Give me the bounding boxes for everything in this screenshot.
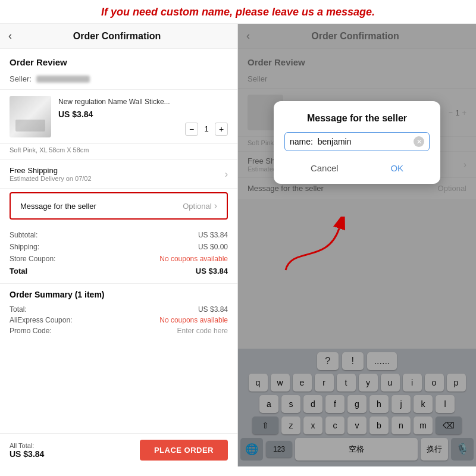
message-label-left: Message for the seller: [20, 202, 96, 211]
shipping-row-left[interactable]: Free Shipping Estimated Delivery on 07/0…: [0, 160, 237, 189]
all-total-label: All Total:: [10, 442, 44, 449]
summary-coupon-row: AliExpress Coupon: No coupons available: [10, 315, 228, 325]
dialog-title: Message for the seller: [284, 113, 430, 124]
summary-promo-row: Promo Code: Enter code here: [10, 325, 228, 336]
right-panel: ‹ Order Confirmation Order Review Seller…: [238, 24, 476, 466]
subtotal-label: Subtotal:: [10, 231, 37, 239]
dialog-clear-icon[interactable]: ✕: [414, 136, 424, 147]
subtotal-value: US $3.84: [198, 231, 228, 239]
place-order-button[interactable]: PLACE ORDER: [140, 440, 228, 461]
dialog-input-wrap[interactable]: ✕: [284, 132, 430, 151]
subtotal-row: Subtotal: US $3.84: [10, 229, 228, 241]
order-summary-title: Order Summary (1 item): [10, 290, 228, 299]
shipping-date-left: Estimated Delivery on 07/02: [10, 175, 92, 182]
message-arrow-icon: ›: [214, 201, 217, 211]
banner-text: If you need custom name, please leave us…: [10, 6, 466, 18]
product-name-left: New regulation Name Wall Sticke...: [58, 98, 228, 107]
product-image-left: [10, 96, 51, 137]
left-panel-title: Order Confirmation: [19, 31, 215, 42]
summary-total-value: US $3.84: [198, 305, 228, 314]
summary-coupon-label: AliExpress Coupon:: [10, 316, 72, 324]
dialog-overlay: Message for the seller ✕ Cancel OK: [238, 24, 476, 466]
bottom-bar-left: All Total: US $3.84 PLACE ORDER: [0, 433, 237, 466]
shipping-cost-label: Shipping:: [10, 243, 39, 251]
message-optional-left: Optional: [183, 202, 211, 211]
coupon-row: Store Coupon: No coupons available: [10, 253, 228, 265]
shipping-cost-value: US $0.00: [198, 243, 228, 251]
dialog-actions: Cancel OK: [284, 161, 430, 176]
dialog-ok-button[interactable]: OK: [378, 161, 415, 176]
summary-promo-label: Promo Code:: [10, 327, 52, 335]
qty-value: 1: [198, 124, 215, 133]
product-qty-left: − 1 +: [58, 123, 228, 136]
dialog-cancel-button[interactable]: Cancel: [299, 161, 350, 176]
summary-coupon-value[interactable]: No coupons available: [159, 316, 228, 324]
total-row: Total US $3.84: [10, 265, 228, 277]
summary-promo-value[interactable]: Enter code here: [177, 327, 228, 335]
product-row-left: New regulation Name Wall Sticke... US $3…: [0, 90, 237, 144]
product-info-left: New regulation Name Wall Sticke... US $3…: [58, 98, 228, 136]
coupon-label: Store Coupon:: [10, 255, 55, 263]
message-row-left[interactable]: Message for the seller Optional ›: [10, 192, 228, 220]
shipping-cost-row: Shipping: US $0.00: [10, 241, 228, 253]
total-label: Total: [10, 267, 27, 275]
coupon-value[interactable]: No coupons available: [159, 255, 228, 263]
left-header: ‹ Order Confirmation: [0, 24, 237, 49]
total-value: US $3.84: [196, 267, 228, 275]
message-dialog: Message for the seller ✕ Cancel OK: [274, 101, 440, 184]
totals-section-left: Subtotal: US $3.84 Shipping: US $0.00 St…: [0, 223, 237, 284]
all-total-display: All Total: US $3.84: [10, 442, 44, 459]
dialog-input-field[interactable]: [290, 137, 414, 146]
order-summary-section: Order Summary (1 item) Total: US $3.84 A…: [0, 284, 237, 342]
seller-row-left: Seller:: [0, 71, 237, 90]
left-back-icon[interactable]: ‹: [8, 30, 12, 42]
qty-minus-btn[interactable]: −: [185, 123, 198, 136]
qty-plus-btn[interactable]: +: [215, 123, 228, 136]
left-panel: ‹ Order Confirmation Order Review Seller…: [0, 24, 238, 466]
shipping-arrow-icon: ›: [225, 169, 228, 180]
summary-total-label: Total:: [10, 305, 27, 314]
shipping-info-left: Free Shipping Estimated Delivery on 07/0…: [10, 166, 92, 182]
shipping-title-left: Free Shipping: [10, 166, 92, 175]
top-banner: If you need custom name, please leave us…: [0, 0, 476, 24]
variant-row-left: Soft Pink, XL 58cm X 58cm: [0, 144, 237, 160]
seller-label-left: Seller:: [10, 74, 32, 83]
order-review-label-left: Order Review: [0, 49, 237, 71]
summary-total-row: Total: US $3.84: [10, 304, 228, 315]
all-total-value: US $3.84: [10, 449, 44, 459]
seller-name-blurred: [36, 76, 90, 83]
product-price-left: US $3.84: [58, 109, 228, 119]
